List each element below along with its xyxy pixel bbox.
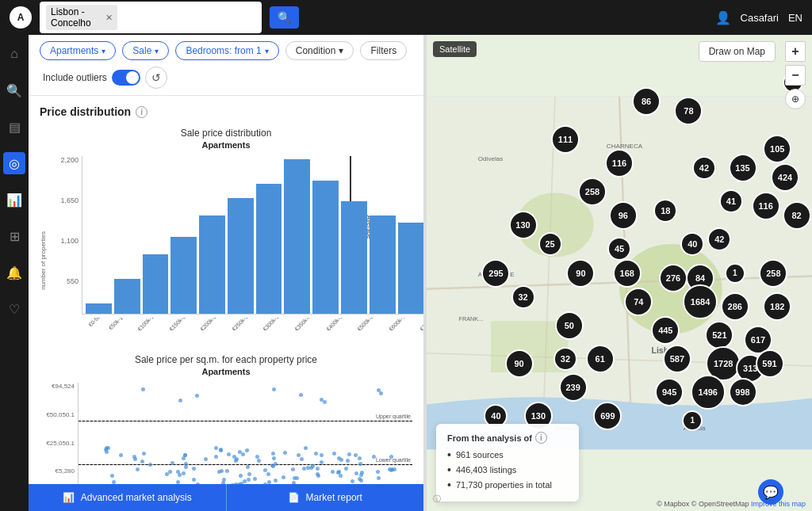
bar-item (341, 201, 367, 314)
map-cluster[interactable]: 445 (651, 316, 680, 345)
x-label: €600k-700k (388, 318, 423, 341)
map-cluster[interactable]: 521 (705, 321, 733, 349)
refresh-button[interactable]: ↺ (145, 67, 167, 89)
map-cluster[interactable]: 25 (538, 232, 562, 256)
scatter-dot (299, 393, 303, 397)
scatter-dot (332, 452, 336, 456)
map-cluster[interactable]: 295 (481, 259, 510, 288)
map-cluster[interactable]: 74 (624, 288, 653, 316)
map-cluster[interactable]: 41 (719, 189, 743, 213)
sale-filter[interactable]: Sale ▾ (122, 41, 169, 60)
map-cluster[interactable]: 50 (555, 311, 584, 340)
map-cluster[interactable]: 116 (605, 149, 634, 177)
info-icon[interactable]: i (136, 106, 147, 118)
map-cluster[interactable]: 424 (771, 163, 799, 192)
search-bar[interactable]: Lisbon - Concelho ✕ (40, 2, 262, 33)
map-cluster[interactable]: 945 (655, 378, 684, 406)
scatter-dot (257, 459, 261, 463)
map-cluster[interactable]: 90 (566, 259, 595, 288)
analysis-info-icon[interactable]: i (535, 432, 547, 444)
scatter-canvas: Upper quartile Lower quartile (78, 383, 412, 484)
map-cluster[interactable]: 86 (632, 87, 661, 116)
map-cluster[interactable]: 699 (593, 402, 622, 430)
map-cluster[interactable]: 96 (609, 201, 638, 230)
search-input[interactable] (122, 12, 255, 24)
advanced-market-btn[interactable]: 📊 Advanced market analysis (29, 484, 227, 511)
scatter-dot (247, 478, 251, 482)
map-cluster[interactable]: 168 (613, 259, 642, 288)
scatter-dot (148, 463, 152, 467)
map-cluster[interactable]: 587 (663, 345, 691, 373)
map-cluster[interactable]: 258 (578, 177, 607, 206)
scatter-dot (359, 479, 363, 482)
map-cluster[interactable]: 111 (551, 125, 580, 154)
outliers-toggle-switch[interactable] (112, 70, 140, 86)
map-cluster[interactable]: 1 (682, 410, 703, 431)
x-label: €250k-300k (231, 318, 268, 341)
scatter-dot (196, 482, 200, 484)
map-cluster[interactable]: 61 (586, 345, 615, 373)
sidebar-item-layers[interactable]: ▤ (3, 116, 25, 138)
map-cluster[interactable]: 135 (729, 154, 757, 182)
condition-filter[interactable]: Condition ▾ (285, 41, 354, 60)
sidebar-item-bell[interactable]: 🔔 (3, 261, 25, 284)
scatter-dot (141, 387, 145, 391)
map-cluster[interactable]: 90 (505, 349, 534, 378)
map-panel: Lisbon ALFRAGIDE Almada Odivelas CHARNEC… (427, 35, 812, 511)
sidebar-item-heart[interactable]: ♡ (3, 298, 25, 320)
scatter-dot (309, 466, 313, 470)
market-report-btn[interactable]: 📄 Market report (227, 484, 424, 511)
search-tag[interactable]: Lisbon - Concelho ✕ (46, 5, 117, 30)
map-cluster[interactable]: 182 (763, 292, 791, 321)
map-cluster[interactable]: 105 (763, 135, 791, 163)
sidebar-item-grid[interactable]: ⊞ (3, 225, 25, 247)
map-cluster[interactable]: 1496 (691, 375, 726, 410)
search-tag-close[interactable]: ✕ (105, 13, 113, 23)
chat-button[interactable]: 💬 (758, 479, 783, 505)
sidebar-item-map[interactable]: ◎ (3, 152, 25, 174)
zoom-in-button[interactable]: + (785, 41, 806, 62)
scatter-dot (105, 450, 109, 454)
map-cluster[interactable]: 1 (725, 263, 745, 284)
map-cluster[interactable]: 82 (783, 201, 811, 230)
satellite-button[interactable]: Satellite (433, 41, 477, 57)
map-cluster[interactable]: 78 (674, 97, 703, 125)
sidebar-item-home[interactable]: ⌂ (3, 43, 25, 65)
map-cluster[interactable]: 239 (559, 373, 588, 402)
map-cluster[interactable]: 45 (607, 237, 631, 261)
map-cluster[interactable]: 998 (729, 378, 757, 406)
compass-button[interactable]: ⊕ (785, 89, 806, 109)
search-button[interactable]: 🔍 (270, 6, 299, 29)
map-cluster[interactable]: 286 (721, 292, 749, 321)
upper-quartile-label: Upper quartile (376, 414, 411, 419)
sidebar-item-chart[interactable]: 📊 (3, 189, 25, 211)
filters-button[interactable]: Filters (360, 41, 407, 60)
map-cluster[interactable]: 42 (692, 156, 716, 180)
sidebar-item-search[interactable]: 🔍 (3, 79, 25, 101)
draw-on-map-button[interactable]: Draw on Map (699, 41, 776, 62)
scatter-dot (241, 452, 245, 456)
listings-item: • 446,403 listings (447, 463, 568, 476)
bedrooms-filter[interactable]: Bedrooms: from 1 ▾ (175, 41, 278, 60)
scatter-dot (271, 452, 275, 456)
properties-item: • 71,730 properties in total (447, 479, 568, 491)
language-label[interactable]: EN (788, 12, 802, 24)
map-cluster[interactable]: 276 (659, 264, 688, 292)
map-cluster[interactable]: 1684 (683, 284, 718, 319)
user-icon: 👤 (715, 10, 731, 25)
zoom-out-button[interactable]: − (785, 65, 806, 86)
map-cluster[interactable]: 18 (653, 199, 677, 223)
map-cluster[interactable]: 32 (511, 285, 535, 309)
map-cluster[interactable]: 258 (759, 259, 787, 288)
type-filter[interactable]: Apartments ▾ (40, 41, 116, 60)
map-cluster[interactable]: 40 (680, 232, 704, 256)
map-cluster[interactable]: 591 (756, 349, 784, 378)
map-cluster[interactable]: 130 (509, 211, 538, 239)
logo[interactable]: A (10, 6, 32, 29)
info-button[interactable]: ⓘ (433, 494, 441, 505)
scatter-dot (214, 455, 218, 459)
map-cluster[interactable]: 32 (553, 347, 577, 371)
map-cluster[interactable]: 42 (707, 227, 731, 251)
map-cluster[interactable]: 116 (752, 192, 780, 220)
user-label: Casafari (741, 12, 779, 24)
